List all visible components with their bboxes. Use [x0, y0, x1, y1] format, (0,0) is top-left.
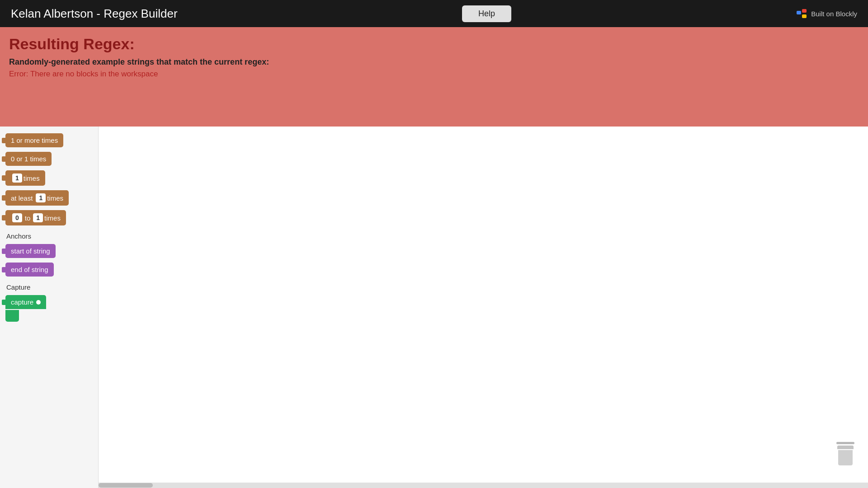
- block-at-least[interactable]: at least 1 times: [5, 190, 69, 206]
- regex-area: Resulting Regex: Randomly-generated exam…: [0, 27, 868, 127]
- main-layout: 1 or more times 0 or 1 times 1 times at …: [0, 127, 868, 488]
- block-end-of-string[interactable]: end of string: [5, 263, 54, 277]
- anchors-label: Anchors: [0, 228, 98, 242]
- block-n-times[interactable]: 1 times: [5, 170, 45, 186]
- blockly-logo: Built on Blockly: [796, 7, 857, 20]
- svg-rect-0: [797, 11, 801, 14]
- blockly-icon: [796, 7, 808, 20]
- block-at-least-num: 1: [36, 193, 46, 202]
- capture-block-label: capture: [11, 298, 33, 306]
- block-zero-or-one-label: 0 or 1 times: [11, 155, 46, 163]
- capture-block-top: capture: [5, 295, 46, 309]
- block-one-or-more-label: 1 or more times: [11, 136, 58, 144]
- sidebar: 1 or more times 0 or 1 times 1 times at …: [0, 127, 99, 488]
- capture-block-bottom: [5, 310, 19, 322]
- help-button[interactable]: Help: [462, 5, 511, 22]
- block-range-label: times: [44, 214, 61, 222]
- block-n-times-label: times: [24, 174, 40, 182]
- horizontal-scrollbar[interactable]: [99, 483, 868, 488]
- regex-subtitle: Randomly-generated example strings that …: [9, 57, 859, 67]
- block-n-times-num: 1: [12, 174, 22, 183]
- block-one-or-more[interactable]: 1 or more times: [5, 133, 63, 147]
- block-capture[interactable]: capture: [5, 295, 46, 322]
- trash-lid: [836, 442, 854, 444]
- trash-body: [838, 450, 853, 465]
- titlebar: Kelan Albertson - Regex Builder Help Bui…: [0, 0, 868, 27]
- regex-title: Resulting Regex:: [9, 35, 859, 53]
- block-zero-or-one[interactable]: 0 or 1 times: [5, 152, 52, 166]
- block-end-of-string-label: end of string: [11, 266, 48, 273]
- workspace-canvas[interactable]: [99, 127, 868, 488]
- block-start-of-string[interactable]: start of string: [5, 244, 56, 258]
- regex-error: Error: There are no blocks in the worksp…: [9, 70, 859, 79]
- block-at-least-label: times: [47, 194, 63, 202]
- block-start-of-string-label: start of string: [11, 247, 50, 255]
- svg-rect-2: [802, 14, 807, 18]
- app-title: Kelan Albertson - Regex Builder: [11, 7, 178, 21]
- block-at-least-prefix: at least: [11, 194, 33, 202]
- block-range-from: 0: [12, 213, 22, 222]
- capture-label: Capture: [0, 279, 98, 293]
- trash-can[interactable]: [835, 442, 855, 465]
- block-range[interactable]: 0 to 1 times: [5, 210, 66, 225]
- scrollbar-thumb[interactable]: [99, 483, 153, 488]
- trash-top-handle: [837, 446, 854, 449]
- block-range-to: 1: [33, 213, 43, 222]
- svg-rect-1: [802, 9, 807, 13]
- block-range-to-label: to: [25, 214, 31, 222]
